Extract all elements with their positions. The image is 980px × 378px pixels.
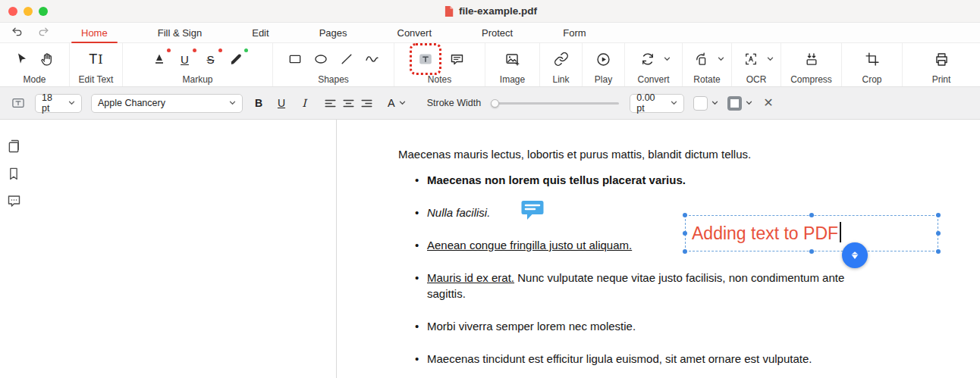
chevron-down-icon	[711, 101, 718, 105]
tab-home[interactable]: Home	[71, 23, 118, 42]
group-label-compress: Compress	[790, 74, 832, 86]
resize-handle[interactable]	[809, 249, 814, 254]
slider-knob[interactable]	[491, 99, 499, 108]
note-annotation-icon[interactable]	[521, 200, 544, 221]
group-edit-text: TI Edit Text	[70, 43, 123, 86]
group-label-image: Image	[500, 74, 525, 86]
group-label-notes: Notes	[428, 74, 451, 86]
stroke-width-label: Stroke Width	[427, 98, 482, 108]
ocr-dropdown-chevron-icon[interactable]	[767, 57, 774, 61]
freehand-icon[interactable]	[361, 48, 384, 70]
font-color-label: A	[388, 97, 395, 109]
group-play: Play	[583, 43, 625, 86]
group-label-markup: Markup	[182, 74, 212, 86]
sidebar-annotations-icon[interactable]	[6, 193, 22, 209]
undo-icon[interactable]	[11, 27, 24, 39]
group-rotate: Rotate	[683, 43, 732, 86]
note-icon[interactable]	[446, 48, 469, 70]
rotate-icon[interactable]	[690, 48, 713, 70]
hand-icon[interactable]	[36, 48, 59, 70]
tab-fill-and-sign[interactable]: Fill & Sign	[148, 23, 212, 42]
border-color-swatch	[727, 96, 742, 111]
compress-icon[interactable]	[800, 48, 823, 70]
border-color-control[interactable]	[727, 96, 752, 111]
tab-pages[interactable]: Pages	[309, 23, 357, 42]
list-item: Maecenas non lorem quis tellus placerat …	[413, 172, 884, 188]
history-controls	[0, 23, 62, 42]
highlight-icon[interactable]	[148, 48, 171, 70]
image-icon[interactable]	[501, 48, 524, 70]
minimize-window-button[interactable]	[24, 7, 33, 16]
resize-handle[interactable]	[809, 213, 814, 217]
marker-pen-icon[interactable]	[225, 48, 248, 70]
group-label-edit-text: Edit Text	[79, 74, 114, 86]
annotation-text[interactable]: Adding text to PDF	[692, 222, 841, 244]
group-label-mode: Mode	[23, 74, 46, 86]
resize-handle[interactable]	[936, 213, 941, 217]
line-icon[interactable]	[335, 48, 358, 70]
convert-icon[interactable]	[636, 48, 659, 70]
play-icon[interactable]	[592, 48, 615, 70]
group-print: Print	[903, 43, 980, 86]
resize-handle[interactable]	[683, 249, 687, 254]
cursor-icon[interactable]	[11, 48, 33, 70]
print-icon[interactable]	[930, 48, 953, 70]
convert-dropdown-chevron-icon[interactable]	[664, 57, 671, 61]
assistant-button[interactable]	[842, 242, 868, 268]
link-icon[interactable]	[550, 48, 573, 70]
italic-button[interactable]: I	[297, 97, 311, 109]
zoom-window-button[interactable]	[39, 7, 48, 16]
tab-protect[interactable]: Protect	[472, 23, 523, 42]
align-center-icon[interactable]	[341, 96, 356, 111]
strikethrough-color-dot	[218, 48, 222, 52]
underline-button[interactable]: U	[275, 97, 288, 109]
group-label-crop: Crop	[862, 74, 881, 86]
resize-handle[interactable]	[936, 249, 941, 254]
main-toolbar: Mode TI Edit Text U S	[0, 43, 980, 87]
close-format-bar-icon[interactable]: ✕	[763, 97, 773, 109]
tab-convert[interactable]: Convert	[388, 23, 442, 42]
chevron-down-icon	[399, 101, 406, 105]
resize-handle[interactable]	[936, 231, 941, 236]
group-label-print: Print	[932, 74, 951, 86]
crop-icon[interactable]	[861, 48, 884, 70]
left-sidebar	[0, 120, 27, 378]
chevron-down-icon	[229, 101, 236, 105]
resize-handle[interactable]	[683, 213, 687, 217]
font-size-select[interactable]: 18 pt	[35, 94, 82, 113]
bold-button[interactable]: B	[252, 97, 265, 109]
text-box-small-icon	[11, 95, 26, 111]
fill-color-control[interactable]	[693, 96, 718, 111]
resize-handle[interactable]	[683, 231, 687, 236]
sidebar-thumbnails-icon[interactable]	[6, 138, 22, 155]
text-annotation-box[interactable]: Adding text to PDF	[685, 215, 938, 251]
font-family-select[interactable]: Apple Chancery	[91, 94, 243, 113]
font-color-control[interactable]: A	[388, 97, 406, 109]
redo-icon[interactable]	[36, 27, 50, 39]
selected-tool-marker	[410, 43, 441, 75]
tab-form[interactable]: Form	[553, 23, 595, 42]
edit-text-icon[interactable]: TI	[85, 48, 108, 70]
align-right-icon[interactable]	[360, 96, 374, 111]
rectangle-icon[interactable]	[284, 48, 306, 70]
strikethrough-icon[interactable]: S	[199, 48, 222, 70]
group-mode: Mode	[0, 43, 70, 86]
list-item: Maecenas tincidunt est efficitur ligula …	[413, 351, 884, 367]
underline-icon[interactable]: U	[174, 48, 196, 70]
close-window-button[interactable]	[8, 7, 17, 16]
group-link: Link	[540, 43, 583, 86]
group-label-play: Play	[595, 74, 612, 86]
ellipse-icon[interactable]	[309, 48, 332, 70]
text-box-icon[interactable]	[414, 48, 437, 70]
stroke-width-slider[interactable]	[492, 102, 619, 105]
group-label-ocr: OCR	[746, 74, 767, 86]
tab-edit[interactable]: Edit	[242, 23, 278, 42]
sidebar-bookmarks-icon[interactable]	[6, 166, 21, 182]
font-family-value: Apple Chancery	[98, 98, 165, 108]
stroke-width-value-select[interactable]: 0.00 pt	[630, 94, 684, 113]
rotate-dropdown-chevron-icon[interactable]	[718, 57, 724, 61]
group-ocr: OCR	[732, 43, 781, 86]
align-left-icon[interactable]	[323, 96, 338, 111]
window-title-text: file-example.pdf	[459, 5, 537, 17]
ocr-icon[interactable]	[740, 48, 762, 70]
